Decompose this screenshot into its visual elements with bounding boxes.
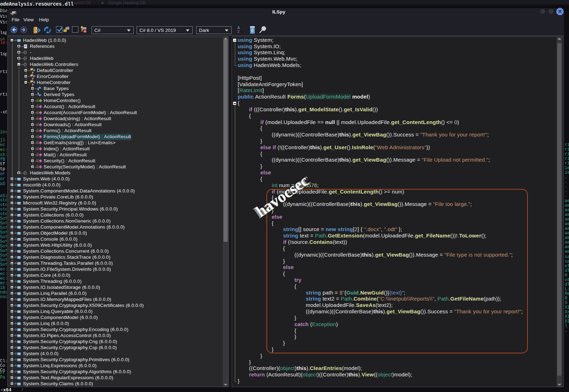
svg-text:A: A [237,26,240,30]
svg-text:Z: Z [237,30,239,34]
